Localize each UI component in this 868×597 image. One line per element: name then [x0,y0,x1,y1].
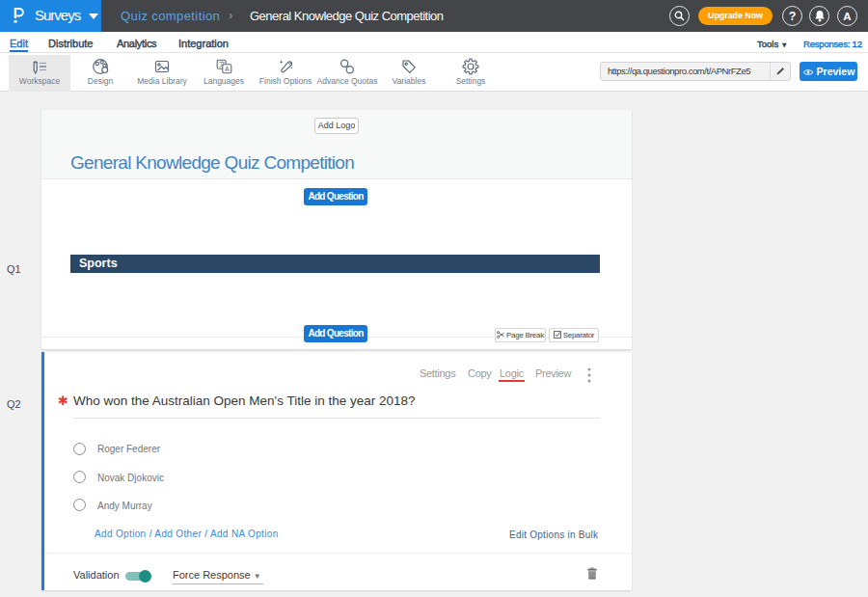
svg-text:A: A [225,66,230,72]
